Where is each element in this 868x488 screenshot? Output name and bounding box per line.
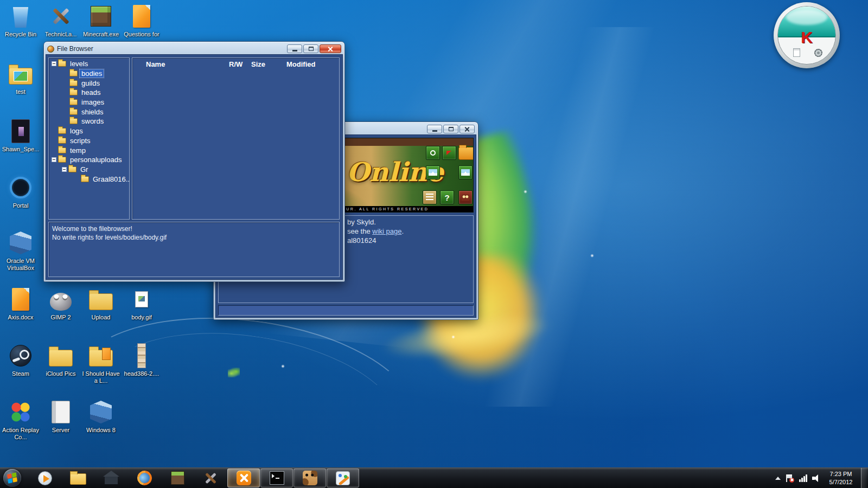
collapse-minus-icon[interactable] <box>62 167 67 172</box>
status-line: No write rights for levels/bodies/body.g… <box>52 233 336 242</box>
taskbar-xampp-button[interactable] <box>227 468 260 487</box>
minimize-button[interactable] <box>287 44 302 53</box>
antivirus-gadget[interactable]: K <box>774 2 840 68</box>
desktop-icon-virtualbox[interactable]: Oracle VM VirtualBox <box>0 230 41 272</box>
maximize-button[interactable] <box>443 125 458 133</box>
document-icon <box>133 5 150 28</box>
folder-icon <box>69 80 78 86</box>
tree-item-bodies[interactable]: bodies <box>49 69 129 79</box>
tree-item-scripts[interactable]: scripts <box>49 136 129 146</box>
column-header-modified[interactable]: Modified <box>286 60 315 68</box>
action-center-flag-icon[interactable] <box>786 474 794 483</box>
tree-item-heads[interactable]: heads <box>49 88 129 98</box>
banner-image-icon[interactable] <box>426 165 440 179</box>
banner-list-icon[interactable] <box>423 190 437 204</box>
close-button[interactable] <box>459 125 475 133</box>
tree-item-label: Graal8016... <box>91 175 130 183</box>
close-button[interactable] <box>320 44 341 53</box>
maximize-icon <box>449 127 454 131</box>
tree-item-shields[interactable]: shields <box>49 107 129 117</box>
minimize-button[interactable] <box>427 125 442 133</box>
banner-help-icon[interactable]: ? <box>440 190 454 204</box>
desktop-icon-shawn-image[interactable]: Shawn_Spe... <box>0 118 41 153</box>
list-icon <box>426 194 433 201</box>
desktop-icon-icloud-pics[interactable]: iCloud Pics <box>40 343 81 377</box>
taskbar-home-button[interactable] <box>95 468 127 487</box>
tree-item-graal8016[interactable]: Graal8016... <box>49 174 129 184</box>
maximize-button[interactable] <box>303 44 318 53</box>
wallpaper-arc <box>88 313 411 488</box>
taskbar-graal-button[interactable] <box>293 468 326 487</box>
tree-item-label: bodies <box>80 69 104 78</box>
taskbar-firefox-button[interactable] <box>128 468 161 487</box>
tree-item-label: heads <box>80 88 102 97</box>
taskbar-minecraft-button[interactable] <box>161 468 194 487</box>
column-header-size[interactable]: Size <box>251 60 265 68</box>
desktop[interactable]: Recycle Bin TechnicLa... Minecraft.exe Q… <box>0 0 868 488</box>
gear-icon[interactable] <box>814 49 822 57</box>
chat-input[interactable] <box>218 305 474 316</box>
tree-item-swords[interactable]: swords <box>49 117 129 126</box>
file-browser-titlebar[interactable]: File Browser <box>46 43 343 54</box>
show-desktop-button[interactable] <box>861 468 867 488</box>
desktop-icon-upload-folder[interactable]: Upload <box>80 286 122 321</box>
tree-item-gr[interactable]: Gr <box>49 165 129 175</box>
system-tray: 7:23 PM 5/7/2012 <box>775 468 868 488</box>
icon-label: TechnicLa... <box>45 31 77 38</box>
tree-item-temp[interactable]: temp <box>49 145 129 155</box>
desktop-icon-axis-docx[interactable]: Axis.docx <box>0 286 41 321</box>
tree-item-guilds[interactable]: guilds <box>49 78 129 88</box>
volume-icon[interactable] <box>812 474 821 483</box>
taskbar-paint-button[interactable] <box>327 468 359 487</box>
icon-label: Portal <box>13 202 29 209</box>
desktop-icon-windows8-vm[interactable]: Windows 8 <box>80 399 122 434</box>
folder-tree[interactable]: levels bodies guilds heads images shield… <box>48 57 130 220</box>
desktop-icon-steam[interactable]: Steam <box>0 343 41 377</box>
collapse-minus-icon[interactable] <box>52 61 56 66</box>
desktop-icon-action-replay[interactable]: Action Replay Co... <box>0 399 41 441</box>
folder-icon <box>89 350 113 367</box>
clock-date: 5/7/2012 <box>826 478 856 486</box>
desktop-icon-i-should-have[interactable]: I Should Have a L... <box>80 343 122 384</box>
desktop-icon-minecraft[interactable]: Minecraft.exe <box>80 3 122 38</box>
banner-house-icon[interactable] <box>458 190 473 204</box>
taskbar-technic-button[interactable] <box>194 468 227 487</box>
firefox-icon <box>134 468 155 488</box>
desktop-icon-server[interactable]: Server <box>40 399 81 434</box>
taskbar-clock[interactable]: 7:23 PM 5/7/2012 <box>826 470 856 486</box>
wiki-page-link[interactable]: wiki page <box>372 227 401 235</box>
column-header-rw[interactable]: R/W <box>229 60 242 68</box>
taskbar-explorer-button[interactable] <box>62 468 94 487</box>
taskbar-media-player-button[interactable] <box>29 468 61 487</box>
banner-image-icon-2[interactable] <box>458 165 473 179</box>
banner-folder-icon[interactable] <box>458 147 474 160</box>
tree-item-logs[interactable]: logs <box>49 126 129 136</box>
banner-flag-icon[interactable] <box>442 146 456 160</box>
grass-block-icon <box>171 471 184 485</box>
desktop-icon-head386[interactable]: head386-2.... <box>121 343 162 377</box>
file-browser-window[interactable]: File Browser levels bodies guilds heads … <box>43 41 345 282</box>
desktop-icon-recycle-bin[interactable]: Recycle Bin <box>0 3 41 38</box>
file-list-pane[interactable]: Name R/W Size Modified <box>132 57 340 220</box>
desktop-icon-body-gif[interactable]: body.gif <box>121 286 162 321</box>
tree-item-label: swords <box>80 117 105 125</box>
report-icon[interactable] <box>793 48 800 57</box>
icon-label: Upload <box>92 314 111 321</box>
column-headers: Name R/W Size Modified <box>132 58 339 70</box>
banner-wand-icon[interactable] <box>426 146 440 160</box>
collapse-minus-icon[interactable] <box>52 157 56 162</box>
desktop-icon-questions-for[interactable]: Questions for <box>121 3 162 38</box>
network-icon[interactable] <box>799 474 807 482</box>
desktop-icon-gimp[interactable]: GIMP 2 <box>40 286 81 321</box>
tray-expand-chevron-icon[interactable] <box>775 477 781 480</box>
column-header-name[interactable]: Name <box>146 60 165 68</box>
taskbar-buttons <box>29 468 360 487</box>
tree-item-personaluploads[interactable]: personaluploads <box>49 155 129 165</box>
desktop-icon-test-folder[interactable]: test <box>0 61 41 95</box>
desktop-icon-technic-launcher[interactable]: TechnicLa... <box>40 3 81 38</box>
tree-item-levels[interactable]: levels <box>49 59 129 69</box>
start-button[interactable] <box>3 469 21 487</box>
desktop-icon-portal[interactable]: Portal <box>0 175 41 209</box>
tree-item-images[interactable]: images <box>49 98 129 107</box>
taskbar-command-prompt-button[interactable] <box>260 468 293 487</box>
